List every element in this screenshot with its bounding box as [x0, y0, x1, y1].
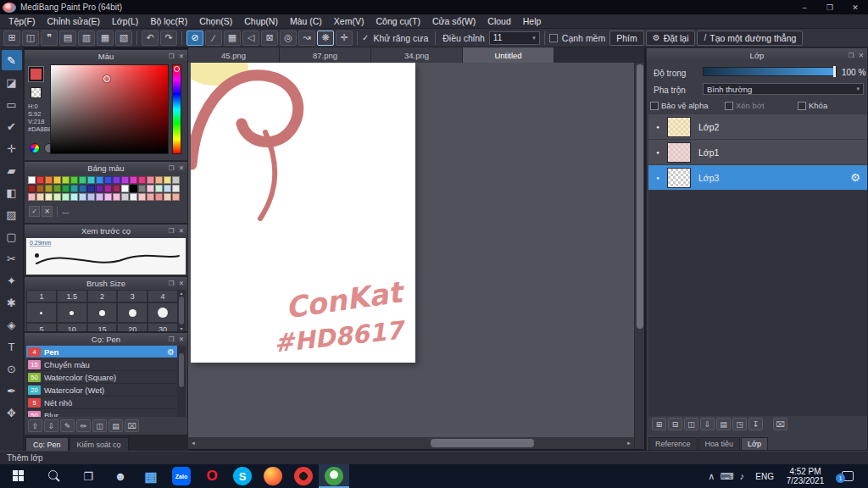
palette-swatch[interactable]	[172, 193, 180, 201]
palette-swatch[interactable]	[113, 185, 120, 192]
brush-row[interactable]: 5 Nét nhỏ ⚙	[26, 396, 178, 409]
panel-close-icon[interactable]: ✕	[177, 53, 186, 60]
canvas-viewport[interactable]: ConKat #HD8617	[188, 63, 634, 437]
panel-float-icon[interactable]: ❐	[167, 53, 175, 60]
canvas-horizontal-scrollbar[interactable]: ◂ ▸	[188, 437, 634, 449]
palette-swatch[interactable]	[147, 185, 154, 192]
document-tab[interactable]: 34.png	[371, 47, 463, 63]
layer-add-folder-button[interactable]: ⊟	[668, 418, 682, 430]
palette-swatch[interactable]	[147, 176, 154, 184]
palette-swatch[interactable]	[104, 176, 112, 184]
taskbar-search-button[interactable]	[37, 464, 71, 488]
brush-size-dot-cell[interactable]	[26, 302, 57, 323]
gear-icon[interactable]: ⚙	[167, 347, 175, 357]
antialias-label[interactable]: Khử răng cưa	[373, 33, 428, 43]
palette-swatch[interactable]	[155, 176, 163, 184]
palette-swatch[interactable]	[36, 193, 44, 201]
palette-swatch[interactable]	[53, 185, 61, 192]
brush-row[interactable]: 50 Watercolor (Square) ⚙	[26, 371, 178, 384]
layer-folder-button[interactable]: ▤	[716, 418, 731, 430]
copy-icon[interactable]: ◫	[22, 30, 39, 46]
straight-line-button[interactable]: / Tạo một đường thẳng	[697, 30, 803, 46]
protect-alpha-checkbox[interactable]: Bảo vệ alpha	[650, 101, 708, 110]
brush-delete-button[interactable]: ⌧	[125, 419, 139, 432]
menu-item[interactable]: Chỉnh sửa(E)	[42, 16, 106, 26]
snap-cross-icon[interactable]: ⊠	[261, 30, 278, 46]
palette-swatch[interactable]	[121, 176, 129, 184]
select-rect-tool[interactable]: ▢	[2, 226, 22, 247]
layer-panel-tab[interactable]: Reference	[648, 437, 698, 450]
blend-mode-dropdown[interactable]: Bình thường ▾	[703, 83, 864, 95]
taskbar-app-firefox[interactable]	[258, 464, 288, 488]
key-button[interactable]: Phím	[609, 30, 644, 46]
brush-add-button[interactable]: ✎	[60, 419, 75, 432]
brush-size-dot-cell[interactable]	[57, 302, 87, 323]
panel-close-icon[interactable]: ✕	[857, 52, 865, 59]
language-indicator[interactable]: ENG	[749, 472, 780, 481]
layer-row[interactable]: ● Lớp1 ⚙	[648, 140, 867, 165]
scroll-left-icon[interactable]: ◂	[188, 440, 198, 446]
brush-size-dot-cell[interactable]	[117, 302, 147, 323]
menu-item[interactable]: Cửa sổ(W)	[426, 16, 481, 26]
document-icon[interactable]: ▤	[59, 30, 76, 46]
brush-list-scrollbar[interactable]	[177, 346, 186, 417]
tray-volume-icon[interactable]: ♪	[734, 471, 749, 482]
snap-parallel-icon[interactable]: ∕	[205, 30, 222, 46]
hand-tool[interactable]: ✥	[2, 402, 22, 423]
eyedropper-tool[interactable]: ✒	[2, 380, 22, 401]
comment-icon[interactable]: ❞	[41, 30, 58, 46]
shape-tool[interactable]: ▰	[2, 160, 22, 180]
palette-swatch[interactable]	[87, 185, 95, 192]
soft-edge-checkbox[interactable]	[549, 34, 558, 42]
menu-item[interactable]: Tệp(F)	[3, 16, 42, 26]
palette-swatch[interactable]	[172, 185, 180, 192]
brush-size-label-cell[interactable]: 3	[117, 290, 147, 302]
palette-swatch[interactable]	[96, 176, 103, 184]
layer-add-button[interactable]: ⊞	[652, 418, 666, 430]
magic-wand-tool[interactable]: ✦	[2, 270, 22, 291]
snap-vanishing-icon[interactable]: ◁	[242, 30, 259, 46]
panel-float-icon[interactable]: ❐	[847, 52, 855, 59]
hue-slider[interactable]	[172, 64, 181, 154]
saturation-value-picker[interactable]	[50, 64, 169, 154]
palette-swatch[interactable]	[113, 193, 120, 201]
brush-row[interactable]: 15 Chuyển màu ⚙	[26, 358, 178, 371]
brush-row[interactable]: 20 Watercolor (Wet) ⚙	[26, 384, 178, 396]
reset-button[interactable]: ⚙ Đặt lại	[646, 30, 696, 46]
palette-swatch[interactable]	[138, 185, 146, 192]
palette-swatch[interactable]	[36, 176, 44, 184]
select-eraser-tool[interactable]: ◈	[2, 314, 22, 335]
palette-swatch[interactable]	[121, 193, 129, 201]
scrollbar-thumb[interactable]	[637, 64, 643, 329]
palette-swatch[interactable]	[28, 185, 36, 192]
palette-swatch[interactable]	[104, 185, 112, 192]
panel-float-icon[interactable]: ❐	[167, 280, 175, 287]
hue-indicator[interactable]	[174, 66, 180, 72]
menu-item[interactable]: Công cụ(T)	[370, 16, 426, 26]
brush-size-label-cell[interactable]: 30	[147, 323, 178, 331]
start-button[interactable]	[0, 464, 37, 488]
brush-tool[interactable]: ✎	[2, 50, 22, 70]
lasso-tool[interactable]: ✂	[2, 248, 22, 269]
palette-swatch[interactable]	[147, 193, 154, 201]
brush-size-scrollbar[interactable]: ▴ ▾	[177, 290, 186, 331]
visibility-icon[interactable]: ●	[648, 175, 667, 180]
checkbox[interactable]	[725, 102, 733, 110]
menu-item[interactable]: Cloud	[481, 16, 516, 26]
brush-size-label-cell[interactable]: 4	[147, 290, 178, 302]
color-wheel-button[interactable]	[30, 143, 40, 153]
snap-concentric-icon[interactable]: ◎	[280, 30, 297, 46]
layer-duplicate-button[interactable]: ◫	[684, 418, 698, 430]
table-icon[interactable]: ▧	[115, 30, 132, 46]
task-view-button[interactable]: ❐	[71, 464, 105, 488]
panel-close-icon[interactable]: ✕	[177, 164, 186, 172]
current-color-swatch[interactable]	[29, 67, 43, 81]
document-tab[interactable]: 87.png	[280, 47, 371, 63]
taskbar-app-opera[interactable]: O	[197, 464, 227, 488]
panel-close-icon[interactable]: ✕	[177, 280, 186, 287]
checkbox[interactable]	[650, 102, 659, 110]
palette-swatch[interactable]	[53, 193, 61, 201]
brush-size-dot-cell[interactable]	[147, 302, 178, 323]
taskbar-clock[interactable]: 4:52 PM 7/23/2021	[780, 467, 831, 485]
palette-swatch[interactable]	[113, 176, 120, 184]
